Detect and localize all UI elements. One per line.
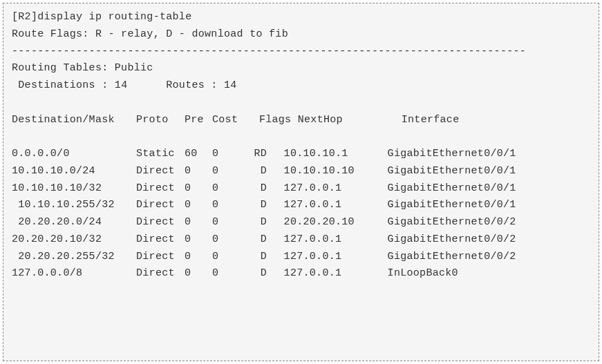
cell-dest: 0.0.0.0/0 [12,146,136,163]
cell-dest: 10.10.10.255/32 [12,197,136,214]
routing-tables-header: Routing Tables: Public [12,60,590,77]
dest-label: Destinations : [12,79,115,91]
blank-line [12,128,590,146]
hdr-proto: Proto [136,112,185,129]
cell-proto: Direct [136,180,185,198]
cell-pre: 0 [185,163,212,180]
cell-nexthop: 127.0.0.1 [284,265,388,282]
cell-nexthop: 10.10.10.10 [284,163,388,180]
cell-pre: 0 [185,180,212,198]
cell-nexthop: 127.0.0.1 [284,180,388,198]
routes-count: 14 [224,79,237,91]
cell-cost: 0 [212,163,240,180]
cell-proto: Direct [136,214,185,231]
cell-pre: 0 [185,214,212,231]
cell-cost: 0 [212,197,240,214]
hdr-flags-gap [240,114,259,126]
terminal-output: [R2]display ip routing-table Route Flags… [3,3,599,361]
cell-flags: D [240,180,271,198]
table-row: 20.20.20.10/32Direct00D 127.0.0.1Gigabit… [12,231,590,249]
table-row: 10.10.10.0/24Direct00D 10.10.10.10Gigabi… [12,163,590,180]
cell-nexthop: 127.0.0.1 [284,231,388,249]
hdr-cost: Cost [212,112,240,129]
table-row: 0.0.0.0/0Static600RD 10.10.10.1GigabitEt… [12,146,590,163]
cell-iface: GigabitEthernet0/0/2 [388,249,516,266]
cell-flags: RD [240,146,271,163]
separator-line: ----------------------------------------… [12,44,590,61]
table-row: 20.20.20.255/32Direct00D 127.0.0.1Gigabi… [12,249,590,266]
cell-cost: 0 [212,265,240,282]
hdr-iface: Interface [402,112,460,129]
cell-cost: 0 [212,249,240,266]
cell-proto: Direct [136,231,185,249]
table-header-row: Destination/MaskProtoPreCost Flags NextH… [12,112,590,129]
hdr-pre: Pre [185,112,212,129]
route-flags-legend: Route Flags: R - relay, D - download to … [12,26,590,44]
table-body: 0.0.0.0/0Static600RD 10.10.10.1GigabitEt… [12,146,590,282]
cell-dest: 10.10.10.0/24 [12,163,136,180]
cell-iface: GigabitEthernet0/0/1 [388,180,516,198]
command-line: [R2]display ip routing-table [12,9,590,26]
cell-dest: 127.0.0.0/8 [12,265,136,282]
cell-iface: GigabitEthernet0/0/1 [388,146,516,163]
cell-flags: D [240,214,271,231]
blank-line [12,95,590,112]
cell-dest: 20.20.20.0/24 [12,214,136,231]
gap [271,199,284,211]
cell-proto: Direct [136,249,185,266]
hdr-gap [291,114,297,126]
hdr-nexthop: NextHop [298,112,402,129]
table-row: 10.10.10.255/32Direct00D 127.0.0.1Gigabi… [12,197,590,214]
cell-dest: 20.20.20.10/32 [12,231,136,249]
dest-count: 14 [115,79,128,91]
gap [271,251,284,262]
cell-flags: D [240,197,271,214]
hdr-dest: Destination/Mask [12,112,136,129]
cell-iface: InLoopBack0 [388,265,458,282]
cell-flags: D [240,231,271,249]
table-row: 20.20.20.0/24Direct00D 20.20.20.10Gigabi… [12,214,590,231]
cell-pre: 0 [185,231,212,249]
cell-cost: 0 [212,146,240,163]
cell-nexthop: 20.20.20.10 [284,214,388,231]
cell-iface: GigabitEthernet0/0/2 [388,231,516,249]
cell-pre: 0 [185,197,212,214]
cell-pre: 60 [185,146,212,163]
gap [271,165,284,177]
cell-proto: Direct [136,197,185,214]
cell-iface: GigabitEthernet0/0/1 [388,163,516,180]
cell-flags: D [240,163,271,180]
gap [271,182,284,194]
cell-nexthop: 10.10.10.1 [284,146,388,163]
gap [271,216,284,228]
cell-dest: 20.20.20.255/32 [12,249,136,266]
routes-label: Routes : [127,79,224,91]
cell-dest: 10.10.10.10/32 [12,180,136,198]
summary-line: Destinations : 14 Routes : 14 [12,77,590,95]
gap [271,267,284,279]
cell-nexthop: 127.0.0.1 [284,249,388,266]
cell-flags: D [240,265,271,282]
cell-proto: Static [136,146,185,163]
gap [271,233,284,245]
cell-iface: GigabitEthernet0/0/2 [388,214,516,231]
gap [271,148,284,160]
cell-pre: 0 [185,265,212,282]
cell-cost: 0 [212,180,240,198]
cell-pre: 0 [185,249,212,266]
table-row: 127.0.0.0/8Direct00D 127.0.0.1InLoopBack… [12,265,590,282]
hdr-flags: Flags [259,114,292,126]
cell-proto: Direct [136,265,185,282]
cell-cost: 0 [212,231,240,249]
cell-iface: GigabitEthernet0/0/1 [388,197,516,214]
cell-nexthop: 127.0.0.1 [284,197,388,214]
table-row: 10.10.10.10/32Direct00D 127.0.0.1Gigabit… [12,180,590,198]
cell-proto: Direct [136,163,185,180]
cell-flags: D [240,249,271,266]
cell-cost: 0 [212,214,240,231]
